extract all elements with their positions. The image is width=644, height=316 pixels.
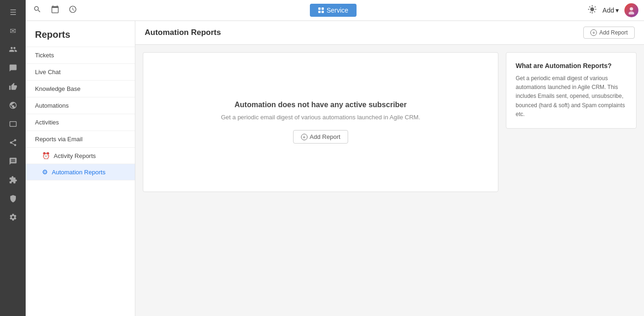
main-content: Automation Reports + Add Report Automati… — [135, 21, 644, 316]
content-header: Automation Reports + Add Report — [135, 21, 644, 45]
sidebar-item-activities[interactable]: Activities — [26, 114, 135, 131]
plus-circle-icon-2: + — [301, 134, 308, 140]
topbar-right: Add ▾ — [588, 3, 638, 17]
add-report-label: Add Report — [599, 29, 628, 36]
add-label: Add — [602, 7, 614, 14]
icon-sidebar: ☰ ✉ — [0, 0, 26, 316]
info-panel: What are Automation Reports? Get a perio… — [506, 52, 637, 129]
plus-circle-icon: + — [590, 29, 597, 36]
add-report-empty-button[interactable]: + Add Report — [293, 130, 349, 144]
contacts-icon[interactable] — [4, 41, 22, 58]
sidebar-title: Reports — [26, 21, 135, 47]
sidebar-item-livechat[interactable]: Live Chat — [26, 64, 135, 81]
topbar-left — [31, 3, 79, 17]
secondary-sidebar: Reports Tickets Live Chat Knowledge Base… — [26, 21, 135, 316]
email-icon[interactable]: ✉ — [4, 22, 22, 39]
topbar: Service Add ▾ — [26, 0, 644, 21]
content-body: Automation does not have any active subs… — [135, 45, 644, 199]
feedback-icon[interactable] — [4, 116, 22, 132]
content-area: Reports Tickets Live Chat Knowledge Base… — [26, 21, 644, 316]
sidebar-item-reports-email[interactable]: Reports via Email — [26, 131, 135, 148]
globe-icon[interactable] — [4, 97, 22, 114]
grid-icon — [318, 7, 324, 13]
empty-state-card: Automation does not have any active subs… — [143, 52, 498, 192]
activity-report-icon: ⏰ — [42, 152, 50, 159]
admin-icon[interactable] — [4, 190, 22, 207]
sidebar-subitem-activity[interactable]: ⏰ Activity Reports — [26, 148, 135, 164]
clock-icon[interactable] — [67, 3, 79, 17]
main-area: Service Add ▾ Reports Tickets Live Ch — [26, 0, 644, 316]
svg-point-0 — [630, 7, 633, 10]
add-report-header-button[interactable]: + Add Report — [583, 27, 635, 39]
sidebar-item-tickets[interactable]: Tickets — [26, 47, 135, 64]
chevron-down-icon: ▾ — [616, 7, 619, 14]
content-title: Automation Reports — [145, 28, 221, 37]
plugins-icon[interactable] — [4, 172, 22, 188]
share-icon[interactable] — [4, 134, 22, 151]
service-button[interactable]: Service — [310, 4, 357, 17]
chat-icon[interactable] — [4, 60, 22, 76]
comments-icon[interactable] — [4, 153, 22, 170]
info-panel-text: Get a periodic email digest of various a… — [516, 74, 627, 119]
empty-state-subtitle: Get a periodic email digest of various a… — [221, 114, 420, 121]
automation-report-icon: ⚙ — [42, 168, 48, 176]
settings-icon[interactable] — [4, 209, 22, 226]
brightness-icon[interactable] — [588, 5, 597, 16]
thumbsup-icon[interactable] — [4, 78, 22, 95]
info-panel-title: What are Automation Reports? — [516, 62, 627, 69]
search-icon[interactable] — [31, 3, 43, 17]
avatar[interactable] — [624, 3, 638, 17]
sidebar-item-knowledge[interactable]: Knowledge Base — [26, 81, 135, 97]
add-report-empty-label: Add Report — [310, 133, 341, 140]
sidebar-subitem-automation[interactable]: ⚙ Automation Reports — [26, 164, 135, 180]
menu-icon[interactable]: ☰ — [4, 4, 22, 21]
empty-state-title: Automation does not have any active subs… — [235, 101, 407, 109]
add-button[interactable]: Add ▾ — [602, 7, 619, 14]
topbar-center: Service — [310, 4, 357, 17]
svg-point-1 — [629, 11, 634, 14]
service-label: Service — [327, 7, 349, 14]
sidebar-item-automations[interactable]: Automations — [26, 97, 135, 114]
calendar-icon[interactable] — [49, 3, 61, 17]
